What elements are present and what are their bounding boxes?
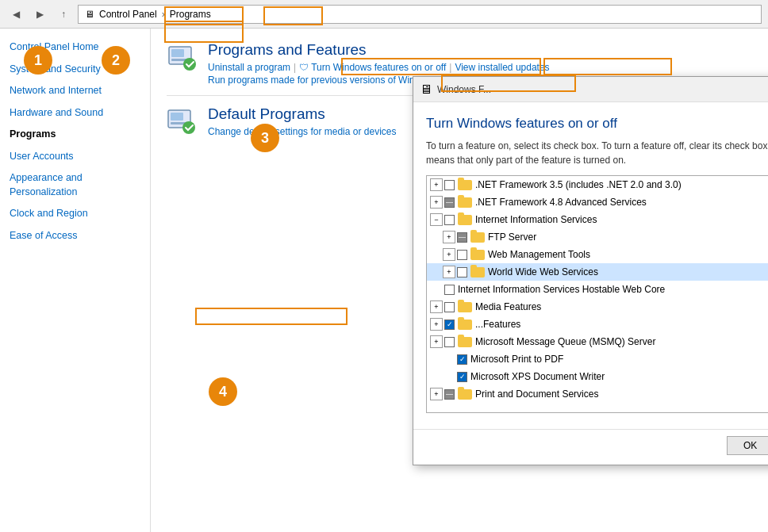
sidebar-item-home[interactable]: Control Panel Home [0,36,150,59]
feature-netfeatures[interactable]: + ✓ ...Features [427,316,768,333]
folder-iis [458,215,472,225]
label-netfeatures: ...Features [475,319,520,330]
label-printdoc: Print and Document Services [475,388,598,400]
label-msmq: Microsoft Message Queue (MSMQ) Server [475,336,655,347]
sidebar-item-ease[interactable]: Ease of Access [0,225,150,247]
svg-rect-1 [171,49,184,57]
feature-net48[interactable]: + — .NET Framework 4.8 Advanced Services [427,193,768,211]
feature-msmq[interactable]: + Microsoft Message Queue (MSMQ) Server [427,333,768,350]
run-previous-programs-link[interactable]: Run programs made for previous versions … [208,75,437,86]
folder-mediafeatures [458,302,472,312]
features-list[interactable]: + .NET Framework 3.5 (includes .NET 2.0 … [426,175,768,413]
folder-www [470,267,485,277]
checkbox-iis[interactable] [444,215,455,225]
label-net48: .NET Framework 4.8 Advanced Services [475,197,647,208]
feature-iishostable[interactable]: Internet Information Services Hostable W… [427,281,768,298]
sidebar-item-system[interactable]: System and Security [0,59,150,81]
feature-iis[interactable]: − Internet Information Services [427,211,768,228]
shield-icon: 🛡 [299,62,309,73]
checkbox-iishostable[interactable] [444,285,455,295]
checkbox-net35[interactable] [444,180,455,190]
ok-button[interactable]: OK [727,436,768,455]
address-sep1: › [162,9,165,20]
sidebar-item-programs: Programs [0,124,150,146]
label-xpsdoc: Microsoft XPS Document Writer [470,371,605,382]
checkbox-webmgmt[interactable] [457,250,467,260]
label-net35: .NET Framework 3.5 (includes .NET 2.0 an… [475,179,682,190]
expand-net48[interactable]: + [430,196,443,209]
up-button[interactable]: ↑ [54,5,73,24]
default-programs-icon [167,105,198,137]
feature-printdoc[interactable]: + — Print and Document Services [427,385,768,403]
back-button[interactable]: ◀ [6,5,25,24]
feature-mediafeatures[interactable]: + Media Features [427,298,768,316]
checkbox-netfeatures[interactable]: ✓ [444,320,455,330]
expand-net35[interactable]: + [430,178,443,191]
forward-button[interactable]: ▶ [30,5,49,24]
expand-ftp[interactable]: + [443,231,455,243]
address-part2: Programs [170,9,211,20]
programs-features-title: Programs and Features [208,41,752,59]
folder-ftp [470,232,485,243]
dialog-title-text: Windows F... [437,84,768,95]
label-iishostable: Internet Information Services Hostable W… [458,284,665,295]
expand-iis[interactable]: − [430,213,443,226]
dialog-titlebar: 🖥 Windows F... — □ ✕ [413,77,768,102]
feature-webmgmt[interactable]: + Web Management Tools [427,246,768,263]
feature-xpsdoc[interactable]: ✓ Microsoft XPS Document Writer [427,368,768,385]
checkbox-printtopdf[interactable]: ✓ [457,354,467,365]
default-programs-info: Default Programs Change default settings… [208,105,396,137]
sidebar-item-network[interactable]: Network and Internet [0,80,150,102]
main-layout: Control Panel Home System and Security N… [0,29,768,532]
feature-net35[interactable]: + .NET Framework 3.5 (includes .NET 2.0 … [427,176,768,193]
svg-point-3 [183,58,196,71]
change-default-link[interactable]: Change default settings for media or dev… [208,126,396,137]
expand-msmq[interactable]: + [430,335,443,348]
address-icon: 🖥 [85,9,94,20]
expand-printdoc[interactable]: + [430,388,443,400]
expand-mediafeatures[interactable]: + [430,300,443,313]
folder-net48 [458,197,472,208]
label-ftp: FTP Server [488,232,536,243]
windows-features-link[interactable]: 🛡 Turn Windows features on or off [299,62,446,73]
expand-webmgmt[interactable]: + [443,248,455,261]
checkbox-msmq[interactable] [444,337,455,347]
expand-netfeatures[interactable]: + [430,318,443,331]
sidebar-item-clock[interactable]: Clock and Region [0,203,150,225]
sidebar-item-user[interactable]: User Accounts [0,146,150,168]
label-www: World Wide Web Services [488,266,598,277]
checkbox-net48[interactable]: — [444,197,455,208]
folder-printdoc [458,389,472,400]
badge-4: 4 [209,377,237,406]
content-area: Programs and Features Uninstall a progra… [151,29,768,532]
folder-netfeatures [458,320,472,330]
sidebar-item-hardware[interactable]: Hardware and Sound [0,102,150,124]
uninstall-program-link[interactable]: Uninstall a program [208,62,290,73]
feature-www[interactable]: + World Wide Web Services [427,263,768,281]
feature-printtopdf[interactable]: ✓ Microsoft Print to PDF [427,350,768,368]
checkbox-mediafeatures[interactable] [444,302,455,312]
dialog-heading: Turn Windows features on or off ? [426,115,768,132]
dialog-footer: OK Cancel [413,429,768,465]
checkbox-xpsdoc[interactable]: ✓ [457,372,467,382]
folder-net35 [458,180,472,190]
address-bar[interactable]: 🖥 Control Panel › Programs [78,5,762,24]
default-programs-title: Default Programs [208,105,396,123]
highlight-box-www [195,308,348,325]
label-iis: Internet Information Services [475,214,597,225]
view-installed-updates-link[interactable]: View installed updates [455,62,549,73]
checkbox-www[interactable] [457,267,467,277]
checkbox-ftp[interactable]: — [457,232,467,243]
sidebar-item-appearance[interactable]: Appearance and Personalization [0,167,150,203]
svg-point-7 [182,121,195,134]
label-mediafeatures: Media Features [475,301,541,312]
folder-msmq [458,337,472,347]
windows-features-dialog: 🖥 Windows F... — □ ✕ Turn Windows featur… [413,76,768,465]
dialog-body: Turn Windows features on or off ? To tur… [413,102,768,429]
sidebar: Control Panel Home System and Security N… [0,29,151,532]
feature-ftp[interactable]: + — FTP Server [427,228,768,246]
folder-webmgmt [470,250,485,260]
checkbox-printdoc[interactable]: — [444,389,455,400]
svg-rect-5 [171,113,183,121]
expand-www[interactable]: + [443,266,455,278]
